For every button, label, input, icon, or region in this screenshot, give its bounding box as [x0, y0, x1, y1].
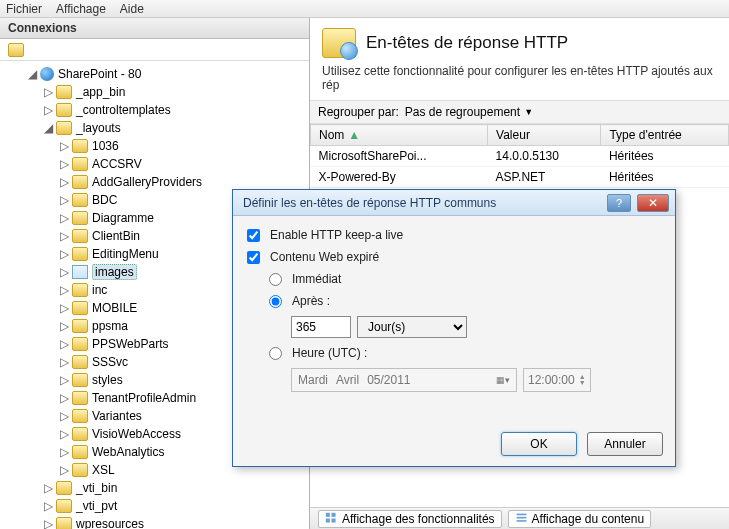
- col-name[interactable]: Nom▲: [311, 125, 488, 146]
- tree-twisty[interactable]: ▷: [58, 157, 70, 171]
- tree-twisty[interactable]: ▷: [58, 175, 70, 189]
- immediate-radio[interactable]: [269, 273, 282, 286]
- tree-twisty[interactable]: ▷: [58, 337, 70, 351]
- table-row[interactable]: MicrosoftSharePoi...14.0.0.5130Héritées: [311, 146, 729, 167]
- tree-twisty[interactable]: ▷: [58, 319, 70, 333]
- folder-icon: [72, 409, 88, 423]
- tree-label: SSSvc: [92, 355, 128, 369]
- tree-twisty[interactable]: ▷: [58, 211, 70, 225]
- after-radio[interactable]: [269, 295, 282, 308]
- tree-twisty[interactable]: ▷: [58, 229, 70, 243]
- page-title: En-têtes de réponse HTTP: [366, 33, 568, 53]
- menu-help[interactable]: Aide: [120, 2, 144, 16]
- tree-label: _vti_pvt: [76, 499, 117, 513]
- tree-twisty[interactable]: ▷: [58, 193, 70, 207]
- svg-rect-2: [326, 519, 330, 523]
- tree-item[interactable]: ▷_vti_bin: [10, 479, 309, 497]
- tree-item[interactable]: ◢_layouts: [10, 119, 309, 137]
- http-headers-icon: [322, 28, 356, 58]
- tree-label: EditingMenu: [92, 247, 159, 261]
- folder-icon: [72, 175, 88, 189]
- tree-twisty[interactable]: ▷: [58, 139, 70, 153]
- folder-icon: [56, 481, 72, 495]
- tree-label: 1036: [92, 139, 119, 153]
- date-month: Avril: [336, 373, 359, 387]
- tree-root-bar: [0, 39, 309, 61]
- tree-twisty[interactable]: ▷: [58, 391, 70, 405]
- tree-label: Variantes: [92, 409, 142, 423]
- group-by-select[interactable]: Pas de regroupement ▼: [405, 105, 533, 119]
- tree-item[interactable]: ▷_vti_pvt: [10, 497, 309, 515]
- tree-label: Diagramme: [92, 211, 154, 225]
- tree-twisty[interactable]: ▷: [58, 463, 70, 477]
- group-by-bar: Regrouper par: Pas de regroupement ▼: [310, 100, 729, 124]
- folder-icon: [72, 301, 88, 315]
- table-row[interactable]: X-Powered-ByASP.NETHéritées: [311, 167, 729, 188]
- tree-label: styles: [92, 373, 123, 387]
- tree-twisty[interactable]: ▷: [58, 373, 70, 387]
- web-expire-checkbox[interactable]: [247, 251, 260, 264]
- connections-title: Connexions: [0, 18, 309, 39]
- tree-twisty[interactable]: ▷: [58, 427, 70, 441]
- menubar: Fichier Affichage Aide: [0, 0, 729, 18]
- tree-item[interactable]: ▷_app_bin: [10, 83, 309, 101]
- svg-rect-0: [326, 513, 330, 517]
- svg-rect-6: [516, 520, 526, 522]
- tree-twisty[interactable]: ▷: [58, 265, 70, 279]
- tree-twisty[interactable]: ▷: [42, 499, 54, 513]
- tree-item[interactable]: ◢SharePoint - 80: [10, 65, 309, 83]
- tab-features-view[interactable]: Affichage des fonctionnalités: [318, 510, 502, 528]
- calendar-icon: ▦▾: [496, 375, 510, 385]
- page-description: Utilisez cette fonctionnalité pour confi…: [310, 64, 729, 100]
- tree-twisty[interactable]: ◢: [42, 121, 54, 135]
- tree-twisty[interactable]: ▷: [58, 355, 70, 369]
- tree-twisty[interactable]: ▷: [58, 301, 70, 315]
- after-value-input[interactable]: [291, 316, 351, 338]
- keep-alive-checkbox[interactable]: [247, 229, 260, 242]
- folder-icon: [72, 247, 88, 261]
- tree-item[interactable]: ▷_controltemplates: [10, 101, 309, 119]
- menu-file[interactable]: Fichier: [6, 2, 42, 16]
- tree-twisty[interactable]: ▷: [42, 85, 54, 99]
- tree-twisty[interactable]: ▷: [58, 283, 70, 297]
- folder-icon: [72, 157, 88, 171]
- tree-twisty[interactable]: ▷: [58, 247, 70, 261]
- after-unit-select[interactable]: Jour(s): [357, 316, 467, 338]
- cancel-button[interactable]: Annuler: [587, 432, 663, 456]
- tab-content-view[interactable]: Affichage du contenu: [508, 510, 652, 528]
- tree-twisty[interactable]: ◢: [26, 67, 38, 81]
- image-icon: [72, 265, 88, 279]
- time-picker[interactable]: 12:00:00 ▲▼: [523, 368, 591, 392]
- tree-label: XSL: [92, 463, 115, 477]
- tree-twisty[interactable]: ▷: [42, 517, 54, 529]
- tree-twisty[interactable]: ▷: [42, 103, 54, 117]
- svg-rect-1: [332, 513, 336, 517]
- tree-label: ACCSRV: [92, 157, 142, 171]
- tree-item[interactable]: ▷wpresources: [10, 515, 309, 529]
- tree-label: MOBILE: [92, 301, 137, 315]
- svg-rect-4: [516, 514, 526, 516]
- help-button[interactable]: ?: [607, 194, 631, 212]
- date-picker[interactable]: Mardi Avril 05/2011 ▦▾: [291, 368, 517, 392]
- tree-label: images: [92, 264, 137, 280]
- tree-twisty[interactable]: ▷: [58, 445, 70, 459]
- tree-item[interactable]: ▷ACCSRV: [10, 155, 309, 173]
- utc-radio[interactable]: [269, 347, 282, 360]
- tree-twisty[interactable]: ▷: [58, 409, 70, 423]
- after-label: Après :: [292, 294, 330, 308]
- headers-table: Nom▲ Valeur Type d'entrée MicrosoftShare…: [310, 124, 729, 188]
- col-value[interactable]: Valeur: [488, 125, 601, 146]
- view-tabs: Affichage des fonctionnalités Affichage …: [310, 507, 729, 529]
- folder-icon: [56, 121, 72, 135]
- dialog-titlebar: Définir les en-têtes de réponse HTTP com…: [233, 190, 675, 216]
- tree-label: _app_bin: [76, 85, 125, 99]
- close-button[interactable]: ✕: [637, 194, 669, 212]
- col-type[interactable]: Type d'entrée: [601, 125, 729, 146]
- menu-display[interactable]: Affichage: [56, 2, 106, 16]
- time-value: 12:00:00: [528, 373, 575, 387]
- tree-item[interactable]: ▷1036: [10, 137, 309, 155]
- tree-twisty[interactable]: ▷: [42, 481, 54, 495]
- ok-button[interactable]: OK: [501, 432, 577, 456]
- tree-label: AddGalleryProviders: [92, 175, 202, 189]
- tree-label: SharePoint - 80: [58, 67, 141, 81]
